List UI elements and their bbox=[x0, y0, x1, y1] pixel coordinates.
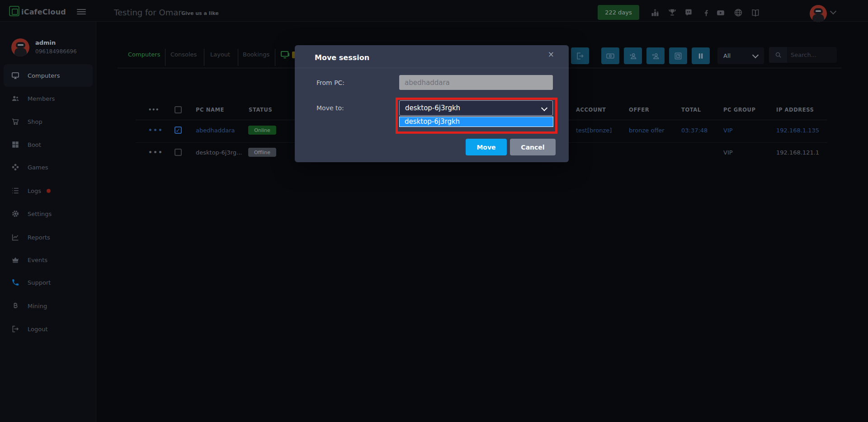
games-gamepad-icon bbox=[11, 163, 19, 171]
col-offer: OFFER bbox=[629, 107, 649, 113]
sidebar-item-mining[interactable]: Mining bbox=[4, 295, 93, 317]
days-remaining-badge[interactable]: 222 days bbox=[598, 5, 639, 20]
move-to-select[interactable]: desktop-6j3rgkh bbox=[399, 100, 553, 116]
manual-book-icon[interactable] bbox=[750, 8, 760, 18]
logo-text: iCafeCloud bbox=[21, 8, 66, 16]
tab-layout[interactable]: Layout bbox=[210, 51, 230, 58]
group-filter-select[interactable]: All bbox=[717, 47, 764, 64]
facebook-icon[interactable] bbox=[701, 8, 711, 18]
sidebar-item-settings[interactable]: Settings bbox=[4, 202, 93, 225]
modal-close-icon[interactable]: × bbox=[548, 50, 554, 59]
sidebar-item-label: Support bbox=[28, 279, 51, 286]
give-us-a-like-link[interactable]: Give us a like bbox=[181, 10, 219, 16]
website-globe-icon[interactable] bbox=[733, 8, 743, 18]
filter-chevron-icon bbox=[752, 52, 759, 58]
tab-divider bbox=[238, 49, 238, 66]
row-actions-menu[interactable]: ••• bbox=[148, 127, 163, 134]
sidebar-item-label: Settings bbox=[28, 211, 52, 217]
col-pc-group: PC GROUP bbox=[723, 107, 756, 113]
col-account: ACCOUNT bbox=[576, 107, 606, 113]
sidebar-item-label: Members bbox=[28, 95, 55, 102]
mining-bitcoin-icon bbox=[11, 302, 19, 310]
tab-computers[interactable]: Computers bbox=[128, 51, 160, 58]
col-actions: ••• bbox=[148, 107, 159, 113]
sidebar-item-logout[interactable]: Logout bbox=[4, 318, 93, 340]
row-checkbox[interactable] bbox=[175, 149, 182, 156]
account-chevron-down-icon[interactable] bbox=[830, 8, 836, 14]
status-badge: Offline bbox=[248, 148, 276, 157]
sidebar-item-label: Events bbox=[28, 257, 47, 263]
row-actions-menu[interactable]: ••• bbox=[148, 149, 163, 156]
sidebar-item-reports[interactable]: Reports bbox=[4, 226, 93, 249]
guest-account-button[interactable] bbox=[624, 47, 642, 64]
pc-name-cell[interactable]: desktop-6j3rg... bbox=[196, 149, 242, 156]
sidebar: admin 096184986696 Computers Members Sho… bbox=[0, 22, 96, 422]
ip-cell: 192.168.1.135 bbox=[776, 127, 819, 134]
total-cell: 03:37:48 bbox=[681, 127, 708, 134]
money-topup-button[interactable] bbox=[601, 47, 619, 64]
select-chevron-down-icon bbox=[541, 105, 547, 111]
trophy-icon[interactable] bbox=[667, 8, 677, 18]
sidebar-item-computers[interactable]: Computers bbox=[4, 64, 93, 87]
ranking-icon[interactable] bbox=[650, 8, 660, 18]
tab-divider bbox=[204, 49, 204, 66]
move-button[interactable]: Move bbox=[466, 139, 507, 155]
sidebar-item-games[interactable]: Games bbox=[4, 156, 93, 178]
cancel-button[interactable]: Cancel bbox=[510, 139, 556, 155]
from-pc-input bbox=[399, 75, 553, 90]
col-total: TOTAL bbox=[681, 107, 701, 113]
move-session-modal: Move session × From PC: Move to: desktop… bbox=[295, 45, 569, 162]
computers-monitor-icon bbox=[11, 71, 19, 80]
offer-cell: bronze offer bbox=[629, 127, 665, 134]
sidebar-item-label: Games bbox=[28, 164, 48, 171]
sidebar-username: admin bbox=[35, 39, 56, 46]
move-to-selected-value: desktop-6j3rgkh bbox=[405, 104, 460, 112]
sidebar-item-label: Logout bbox=[28, 326, 48, 333]
sidebar-item-label: Computers bbox=[28, 72, 60, 79]
app-screen: iCafeCloud Testing for Omar Give us a li… bbox=[0, 0, 868, 422]
search-icon bbox=[769, 47, 787, 63]
monitor-view-icon[interactable] bbox=[280, 51, 290, 59]
sidebar-item-support[interactable]: Support bbox=[4, 271, 93, 294]
account-cell[interactable]: test[bronze] bbox=[576, 127, 612, 134]
youtube-icon[interactable] bbox=[716, 8, 726, 18]
shop-cart-icon bbox=[11, 117, 19, 126]
sidebar-avatar[interactable] bbox=[11, 38, 29, 56]
hamburger-menu-icon[interactable] bbox=[77, 9, 86, 15]
logs-alert-dot bbox=[47, 189, 51, 193]
sidebar-item-shop[interactable]: Shop bbox=[4, 110, 93, 133]
sidebar-item-boot[interactable]: Boot bbox=[4, 133, 93, 156]
user-avatar[interactable] bbox=[810, 5, 827, 22]
row-checkbox[interactable]: ✓ bbox=[175, 127, 182, 134]
sidebar-item-members[interactable]: Members bbox=[4, 87, 93, 110]
modal-header-divider bbox=[295, 68, 569, 68]
tab-bookings[interactable]: Bookings bbox=[243, 51, 269, 58]
support-phone-icon bbox=[11, 278, 19, 286]
move-to-option[interactable]: desktop-6j3rgkh bbox=[400, 117, 553, 127]
checkout-session-button[interactable] bbox=[571, 47, 589, 64]
logs-list-icon bbox=[11, 187, 19, 195]
sidebar-item-label: Reports bbox=[28, 234, 50, 241]
screenshot-button[interactable] bbox=[669, 47, 687, 64]
filter-value: All bbox=[723, 52, 731, 59]
tab-divider bbox=[275, 49, 275, 66]
sidebar-item-label: Shop bbox=[28, 118, 42, 125]
add-member-button[interactable] bbox=[646, 47, 665, 64]
reports-chart-icon bbox=[11, 233, 19, 241]
sidebar-item-label: Boot bbox=[28, 141, 41, 148]
sidebar-item-logs[interactable]: Logs bbox=[4, 179, 93, 202]
events-crown-icon bbox=[11, 256, 19, 264]
pc-group-cell: VIP bbox=[723, 149, 733, 156]
sidebar-item-events[interactable]: Events bbox=[4, 249, 93, 271]
select-all-checkbox[interactable] bbox=[175, 106, 182, 113]
pause-button[interactable] bbox=[692, 47, 710, 64]
logout-icon bbox=[11, 325, 19, 333]
move-to-label: Move to: bbox=[316, 104, 344, 112]
tab-consoles[interactable]: Consoles bbox=[170, 51, 197, 58]
pc-name-link[interactable]: abedhaddara bbox=[196, 127, 235, 134]
top-header: iCafeCloud Testing for Omar Give us a li… bbox=[0, 0, 868, 22]
search-input[interactable] bbox=[787, 52, 832, 58]
search-box[interactable] bbox=[769, 47, 837, 63]
cafe-title: Testing for Omar bbox=[114, 8, 182, 17]
discord-icon[interactable] bbox=[684, 8, 693, 18]
